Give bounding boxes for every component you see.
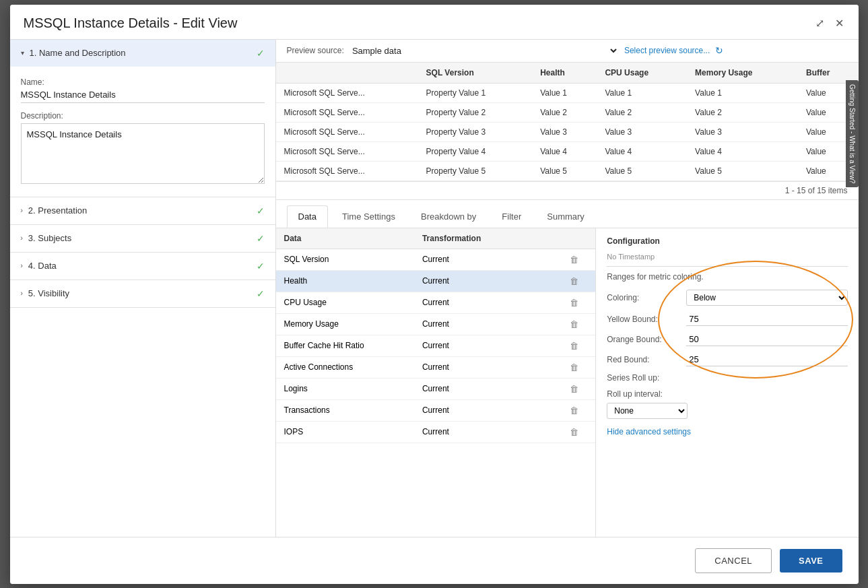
col-header-cpu: CPU Usage <box>597 63 687 84</box>
delete-icon-memory[interactable]: 🗑 <box>560 319 587 329</box>
modal-footer: CANCEL SAVE <box>10 537 859 584</box>
yellow-bound-row: Yellow Bound: <box>607 313 847 326</box>
config-title: Configuration <box>607 236 847 246</box>
delete-icon-connections[interactable]: 🗑 <box>560 362 587 372</box>
table-row: Microsoft SQL Serve... Property Value 5 … <box>276 161 859 181</box>
data-row-connections[interactable]: Active Connections Current 🗑 <box>276 357 596 379</box>
refresh-icon[interactable]: ↻ <box>715 45 723 56</box>
data-list: Data Transformation SQL Version Current … <box>276 228 597 537</box>
delete-icon-buffer[interactable]: 🗑 <box>560 341 587 351</box>
data-row-memory[interactable]: Memory Usage Current 🗑 <box>276 314 596 335</box>
data-row-cpu[interactable]: CPU Usage Current 🗑 <box>276 292 596 314</box>
section-2-title: 2. Presentation <box>28 205 251 216</box>
section-presentation: › 2. Presentation ✓ <box>10 197 275 225</box>
orange-bound-row: Orange Bound: <box>607 333 847 346</box>
cancel-button[interactable]: CANCEL <box>695 548 772 573</box>
accordion-header-subjects[interactable]: › 3. Subjects ✓ <box>10 225 275 252</box>
red-input[interactable] <box>686 353 847 366</box>
cell-sql-2: Property Value 2 <box>418 102 533 122</box>
section-data-left: › 4. Data ✓ <box>10 253 275 280</box>
cell-cpu-2: Value 2 <box>597 102 687 122</box>
cell-name-5: Microsoft SQL Serve... <box>276 161 418 181</box>
preview-source-select[interactable]: Sample data <box>349 45 619 57</box>
tab-filter[interactable]: Filter <box>490 205 533 228</box>
check-icon-4: ✓ <box>257 261 265 271</box>
section-4-title: 4. Data <box>28 261 251 271</box>
delete-icon-logins[interactable]: 🗑 <box>560 384 587 394</box>
expand-icon[interactable]: ⤢ <box>814 15 826 31</box>
desc-textarea[interactable]: MSSQL Instance Details <box>21 123 265 184</box>
accordion-header-visibility[interactable]: › 5. Visibility ✓ <box>10 280 275 307</box>
cell-cpu-5: Value 5 <box>597 161 687 181</box>
tab-time-settings[interactable]: Time Settings <box>331 205 407 228</box>
accordion-header-name-desc[interactable]: ▾ 1. Name and Description ✓ <box>10 40 275 67</box>
data-transform-cpu: Current <box>422 298 560 307</box>
data-transform-connections: Current <box>422 362 560 372</box>
table-pagination: 1 - 15 of 15 items <box>276 182 859 200</box>
advanced-settings-link[interactable]: Hide advanced settings <box>607 427 847 436</box>
coloring-select[interactable]: Below <box>686 290 847 306</box>
data-transform-sql: Current <box>422 255 560 264</box>
col-action-label <box>560 234 587 243</box>
data-row-iops[interactable]: IOPS Current 🗑 <box>276 422 596 443</box>
delete-icon-iops[interactable]: 🗑 <box>560 427 587 437</box>
rollup-interval-label: Roll up interval: <box>607 389 847 399</box>
data-transform-health: Current <box>422 276 560 286</box>
delete-icon-health[interactable]: 🗑 <box>560 276 587 286</box>
chevron-right-icon-5: › <box>21 290 23 297</box>
modal-header: MSSQL Instance Details - Edit View ⤢ ✕ <box>10 5 859 40</box>
tab-summary[interactable]: Summary <box>535 205 596 228</box>
cell-sql-4: Property Value 4 <box>418 141 533 161</box>
data-section: Data Transformation SQL Version Current … <box>276 228 859 537</box>
table-row: Microsoft SQL Serve... Property Value 1 … <box>276 83 859 102</box>
header-icons: ⤢ ✕ <box>814 15 845 31</box>
table-row: Microsoft SQL Serve... Property Value 4 … <box>276 141 859 161</box>
tab-breakdown-by[interactable]: Breakdown by <box>409 205 488 228</box>
select-preview-source-link[interactable]: Select preview source... <box>624 46 710 55</box>
modal-body: ▾ 1. Name and Description ✓ Name: MSSQL … <box>10 40 859 537</box>
data-row-health[interactable]: Health Current 🗑 <box>276 271 596 292</box>
getting-started-tab[interactable]: Getting Started - What is a View? <box>846 80 859 188</box>
rollup-row: None <box>607 403 847 419</box>
yellow-input[interactable] <box>686 313 847 326</box>
data-transform-logins: Current <box>422 384 560 393</box>
red-bound-row: Red Bound: <box>607 353 847 366</box>
cell-sql-1: Property Value 1 <box>418 83 533 102</box>
accordion-header-presentation[interactable]: › 2. Presentation ✓ <box>10 197 275 224</box>
data-row-logins[interactable]: Logins Current 🗑 <box>276 379 596 400</box>
delete-icon-transactions[interactable]: 🗑 <box>560 405 587 416</box>
check-icon-5: ✓ <box>257 288 265 299</box>
save-button[interactable]: SAVE <box>780 549 842 573</box>
orange-input[interactable] <box>686 333 847 346</box>
data-name-connections: Active Connections <box>284 362 422 372</box>
check-icon-3: ✓ <box>257 233 265 244</box>
chevron-right-icon-4: › <box>21 262 23 269</box>
tab-data[interactable]: Data <box>287 205 328 228</box>
data-name-cpu: CPU Usage <box>284 298 422 307</box>
close-icon[interactable]: ✕ <box>834 15 845 31</box>
data-row-transactions[interactable]: Transactions Current 🗑 <box>276 400 596 422</box>
cell-memory-1: Value 1 <box>687 83 798 102</box>
cell-health-4: Value 4 <box>532 141 597 161</box>
rollup-select[interactable]: None <box>607 403 688 419</box>
data-row-sql-version[interactable]: SQL Version Current 🗑 <box>276 249 596 271</box>
col-header-health: Health <box>532 63 597 84</box>
cell-name-1: Microsoft SQL Serve... <box>276 83 418 102</box>
data-row-buffer[interactable]: Buffer Cache Hit Ratio Current 🗑 <box>276 335 596 357</box>
data-name-transactions: Transactions <box>284 405 422 415</box>
cell-cpu-4: Value 4 <box>597 141 687 161</box>
cell-name-4: Microsoft SQL Serve... <box>276 141 418 161</box>
cell-cpu-3: Value 3 <box>597 122 687 141</box>
check-icon-1: ✓ <box>257 48 265 59</box>
right-panel: Preview source: Sample data Select previ… <box>276 40 859 537</box>
accordion-header-data[interactable]: › 4. Data ✓ <box>10 253 275 280</box>
yellow-label: Yellow Bound: <box>607 315 681 324</box>
chevron-right-icon: › <box>21 207 23 214</box>
data-name-buffer: Buffer Cache Hit Ratio <box>284 341 422 350</box>
ranges-label: Ranges for metric coloring. <box>607 272 847 282</box>
left-panel: ▾ 1. Name and Description ✓ Name: MSSQL … <box>10 40 276 537</box>
delete-icon-sql[interactable]: 🗑 <box>560 255 587 265</box>
delete-icon-cpu[interactable]: 🗑 <box>560 298 587 308</box>
data-list-header: Data Transformation <box>276 228 596 249</box>
col-transform-label: Transformation <box>422 234 560 243</box>
